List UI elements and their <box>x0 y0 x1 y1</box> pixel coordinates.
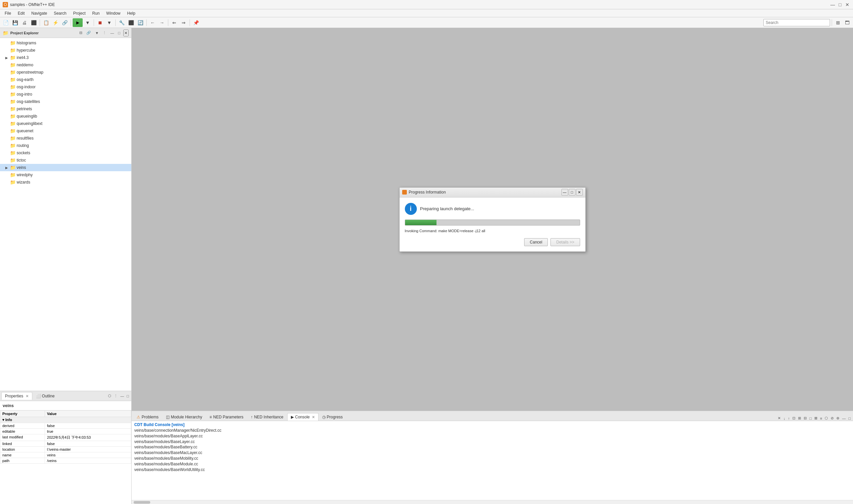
filter-button[interactable]: ▼ <box>94 31 100 35</box>
menu-file[interactable]: File <box>1 10 14 16</box>
tree-item-resultfiles[interactable]: 📁 resultfiles <box>0 134 131 142</box>
console-btn-5[interactable]: ⊠ <box>813 416 818 421</box>
console-btn-6[interactable]: ≡ <box>819 416 823 421</box>
folder-icon: 📁 <box>10 48 15 53</box>
toolbar-btn-4[interactable]: ⬛ <box>29 18 38 27</box>
search-input[interactable] <box>763 19 830 26</box>
editor-area: Progress Information — □ ✕ i Preparing l… <box>131 28 853 411</box>
console-tab-close[interactable]: ✕ <box>312 415 315 419</box>
close-panel-button[interactable]: ✕ <box>123 30 129 36</box>
minimize-button[interactable]: — <box>830 2 836 8</box>
tree-item-tictoc[interactable]: 📁 tictoc <box>0 157 131 164</box>
tree-item-sockets[interactable]: 📁 sockets <box>0 149 131 157</box>
toolbar-btn-7[interactable]: 🔗 <box>60 18 69 27</box>
bottom-minimize[interactable]: — <box>841 416 847 421</box>
console-btn-8[interactable]: ⊛ <box>835 416 840 421</box>
tree-item-osg-earth[interactable]: 📁 osg-earth <box>0 76 131 83</box>
nav-button[interactable]: ⇒ <box>179 18 188 27</box>
menu-edit[interactable]: Edit <box>14 10 28 16</box>
tab-ned-parameters[interactable]: ≡ NED Parameters <box>206 413 247 421</box>
details-button[interactable]: Details >> <box>550 238 580 246</box>
explorer-menu-button[interactable]: ⋮ <box>102 30 107 35</box>
prop-minimize-button[interactable]: — <box>119 393 125 398</box>
menu-navigate[interactable]: Navigate <box>28 10 50 16</box>
prop-maximize-button[interactable]: □ <box>126 393 130 398</box>
console-scroll-down[interactable]: ↓ <box>782 416 786 421</box>
tab-problems[interactable]: ⚠ Problems <box>133 413 162 421</box>
console-scroll-up[interactable]: ↑ <box>787 416 791 421</box>
toolbar-btn-5[interactable]: 📋 <box>42 18 50 27</box>
close-button[interactable]: ✕ <box>844 2 850 8</box>
tree-item-osg-satellites[interactable]: 📁 osg-satellites <box>0 98 131 105</box>
toolbar-dropdown[interactable]: ▼ <box>83 18 92 27</box>
forward-button[interactable]: → <box>158 18 166 27</box>
tree-item-routing[interactable]: 📁 routing <box>0 142 131 149</box>
tree-item-inet4[interactable]: ▶ 📁 inet4.3 <box>0 54 131 61</box>
tree-item-wiredphy[interactable]: 📁 wiredphy <box>0 171 131 179</box>
bookmark-button[interactable]: 📌 <box>192 18 200 27</box>
layout-button[interactable]: ⊞ <box>834 18 842 27</box>
console-btn-3[interactable]: ⊟ <box>803 416 808 421</box>
toolbar-btn-3[interactable]: 🖨 <box>20 18 29 27</box>
toolbar-btn-2[interactable]: 💾 <box>11 18 19 27</box>
tab-ned-parameters-label: NED Parameters <box>213 415 244 419</box>
menu-run[interactable]: Run <box>89 10 103 16</box>
dialog-close[interactable]: ✕ <box>576 189 583 196</box>
tree-item-osg-indoor[interactable]: 📁 osg-indoor <box>0 83 131 91</box>
console-btn-7[interactable]: ⊘ <box>830 416 835 421</box>
tree-item-hypercube[interactable]: 📁 hypercube <box>0 47 131 54</box>
dialog-maximize[interactable]: □ <box>569 189 575 196</box>
cancel-button[interactable]: Cancel <box>524 238 548 246</box>
tree-item-queueinglib[interactable]: 📁 queueinglib <box>0 113 131 120</box>
maximize-panel-button[interactable]: □ <box>117 31 121 35</box>
tree-item-veins[interactable]: ▶ 📁 veins <box>0 164 131 171</box>
toolbar-dropdown-2[interactable]: ▼ <box>105 18 113 27</box>
tree-item-openstreetmap[interactable]: 📁 openstreetmap <box>0 69 131 76</box>
back-button[interactable]: ← <box>148 18 157 27</box>
tree-item-queueinglibext[interactable]: 📁 queueinglibext <box>0 120 131 127</box>
run-button[interactable]: ▶ <box>73 18 83 27</box>
tab-properties[interactable]: Properties ✕ <box>1 392 32 400</box>
tree-item-neddemo[interactable]: 📁 neddemo <box>0 61 131 69</box>
home-button[interactable]: ⇐ <box>170 18 179 27</box>
collapse-all-button[interactable]: ⊟ <box>78 30 83 35</box>
tab-progress[interactable]: ◷ Progress <box>319 413 346 421</box>
minimize-panel-button[interactable]: — <box>109 31 115 35</box>
tab-console[interactable]: ▶ Console ✕ <box>287 413 319 421</box>
toolbar-btn-9[interactable]: ⬛ <box>127 18 135 27</box>
menu-search[interactable]: Search <box>50 10 70 16</box>
scrollbar-thumb[interactable] <box>134 501 150 504</box>
prop-external-button[interactable]: ⬡ <box>107 393 112 398</box>
console-btn-1[interactable]: ⊡ <box>792 416 796 421</box>
maximize-button[interactable]: □ <box>837 2 843 8</box>
stop-button[interactable]: ⏹ <box>96 18 104 27</box>
console-clear-button[interactable]: ✕ <box>777 416 782 421</box>
tab-outline[interactable]: ⬜ Outline <box>32 392 58 400</box>
tree-item-wizards[interactable]: 📁 wizards <box>0 179 131 186</box>
tab-properties-close[interactable]: ✕ <box>26 394 29 398</box>
prop-menu-button[interactable]: ⋮ <box>113 393 119 398</box>
tab-ned-inheritance[interactable]: ↑ NED Inheritance <box>247 413 287 421</box>
toolbar-btn-11[interactable]: 🗔 <box>843 18 852 27</box>
folder-icon: 📁 <box>10 99 15 104</box>
tab-module-hierarchy[interactable]: ◫ Module Hierarchy <box>162 413 206 421</box>
console-scrollbar[interactable] <box>131 500 853 504</box>
menu-window[interactable]: Window <box>103 10 124 16</box>
console-new-window[interactable]: ⬡ <box>824 416 829 421</box>
tree-item-osg-intro[interactable]: 📁 osg-intro <box>0 91 131 98</box>
new-button[interactable]: 📄 <box>1 18 10 27</box>
tree-item-queuenet[interactable]: 📁 queuenet <box>0 127 131 134</box>
menu-help[interactable]: Help <box>124 10 139 16</box>
menu-project[interactable]: Project <box>70 10 89 16</box>
console-btn-2[interactable]: ⊞ <box>797 416 802 421</box>
console-btn-4[interactable]: □ <box>808 416 813 421</box>
link-with-editor-button[interactable]: 🔗 <box>85 30 92 35</box>
toolbar-btn-8[interactable]: 🔧 <box>117 18 126 27</box>
tree-item-petrinets[interactable]: 📁 petrinets <box>0 105 131 113</box>
tree-item-histograms[interactable]: 📁 histograms <box>0 39 131 47</box>
toolbar-btn-10[interactable]: 🔄 <box>136 18 145 27</box>
dialog-minimize[interactable]: — <box>562 189 568 196</box>
bottom-panel-actions: ✕ ↓ ↑ ⊡ ⊞ ⊟ □ ⊠ ≡ ⬡ ⊘ ⊛ — □ <box>777 416 852 421</box>
bottom-maximize[interactable]: □ <box>847 416 852 421</box>
toolbar-btn-6[interactable]: ⚡ <box>51 18 60 27</box>
